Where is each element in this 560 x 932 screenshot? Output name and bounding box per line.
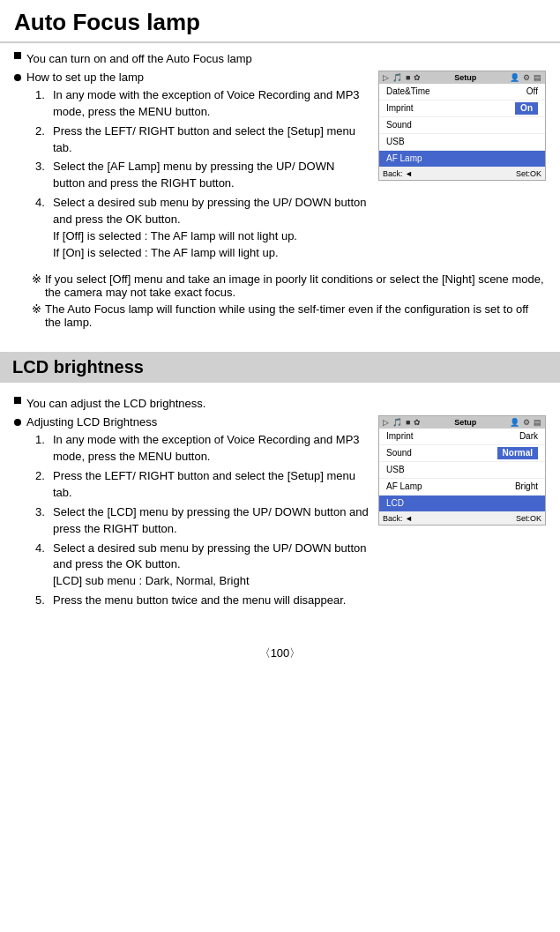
cam2-label-usb: USB bbox=[386, 464, 405, 476]
cam-icon-7: ▤ bbox=[534, 73, 541, 82]
cam1-footer: Back: ◄ Set:OK bbox=[379, 168, 545, 180]
section2-header-text: LCD brightness bbox=[12, 357, 144, 377]
cam1-label-imprint: Imprint bbox=[386, 102, 414, 115]
cam1-row-datetime: Date&Time Off bbox=[379, 84, 545, 101]
page-title-text: Auto Focus lamp bbox=[14, 9, 200, 35]
cam1-topbar: ▷ 🎵 ■ ✿ Setup 👤 ⚙ ▤ bbox=[379, 71, 545, 84]
cam1-footer-set: Set:OK bbox=[516, 169, 541, 178]
step2-2: 2. Press the LEFT/ RIGHT button and sele… bbox=[35, 468, 370, 502]
cam1-footer-back: Back: ◄ bbox=[383, 169, 413, 178]
cam1-row-usb: USB bbox=[379, 134, 545, 151]
step-2: 2. Press the LEFT/ RIGHT button and sele… bbox=[35, 123, 370, 157]
note-1: ※ If you select [Off] menu and take an i… bbox=[23, 272, 546, 299]
cam1-row-sound: Sound bbox=[379, 117, 545, 134]
page-footer-text: 〈100〉 bbox=[259, 646, 302, 660]
cam1-topbar-icons: ▷ 🎵 ■ ✿ bbox=[383, 73, 421, 82]
step-4: 4. Select a desired sub menu by pressing… bbox=[35, 195, 370, 261]
cam1-label-usb: USB bbox=[386, 136, 405, 148]
section1-steps: 1. In any mode with the exception of Voi… bbox=[35, 87, 370, 261]
section2-bullet2-label: Adjusting LCD Brightness bbox=[26, 415, 157, 429]
bullet-square-2 bbox=[14, 397, 21, 404]
cam2-row-lcd: LCD bbox=[379, 496, 545, 512]
bullet-square-1 bbox=[14, 52, 21, 59]
section2-header: LCD brightness bbox=[0, 352, 560, 383]
cam2-value-imprint: Dark bbox=[519, 430, 538, 443]
section2-steps: 1. In any mode with the exception of Voi… bbox=[35, 432, 370, 608]
cam1-label-sound: Sound bbox=[386, 119, 412, 131]
cam2-icon-7: ▤ bbox=[534, 418, 541, 427]
cam2-value-sound: Normal bbox=[497, 447, 538, 459]
cam-icon-5: 👤 bbox=[510, 73, 519, 82]
step2-5: 5. Press the menu button twice and the m… bbox=[35, 593, 370, 609]
cam2-row-imprint: Imprint Dark bbox=[379, 429, 545, 445]
cam2-topbar-icons: ▷ 🎵 ■ ✿ bbox=[383, 418, 421, 427]
cam2-footer: Back: ◄ Set:OK bbox=[379, 512, 545, 525]
cam1-screenshot: ▷ 🎵 ■ ✿ Setup 👤 ⚙ ▤ Date&Time Off bbox=[378, 71, 546, 181]
cam1-label-aflamp: AF Lamp bbox=[386, 153, 422, 165]
step2-1: 1. In any mode with the exception of Voi… bbox=[35, 432, 370, 466]
cam1-row-aflamp: AF Lamp bbox=[379, 151, 545, 168]
bullet-circle-2 bbox=[14, 419, 21, 426]
cam2-screenshot: ▷ 🎵 ■ ✿ Setup 👤 ⚙ ▤ Imprint Dark bbox=[378, 415, 546, 526]
cam-icon-3: ■ bbox=[406, 73, 410, 82]
cam2-icon-1: ▷ bbox=[383, 418, 389, 427]
cam2-icon-4: ✿ bbox=[414, 418, 421, 427]
section1-bullet1: You can turn on and off the Auto Focus l… bbox=[26, 52, 252, 65]
cam2-icon-5: 👤 bbox=[510, 418, 519, 427]
cam2-topbar: ▷ 🎵 ■ ✿ Setup 👤 ⚙ ▤ bbox=[379, 416, 545, 429]
step-3: 3. Select the [AF Lamp] menu by pressing… bbox=[35, 159, 370, 192]
cam2-footer-back: Back: ◄ bbox=[383, 514, 413, 523]
cam2-icon-3: ■ bbox=[406, 418, 410, 427]
step-1: 1. In any mode with the exception of Voi… bbox=[35, 87, 370, 121]
note-1-text: If you select [Off] menu and take an ima… bbox=[45, 272, 546, 299]
cam1-value-imprint: On bbox=[515, 102, 538, 115]
note-2-text: The Auto Focus lamp will function while … bbox=[45, 302, 546, 329]
note-2: ※ The Auto Focus lamp will function whil… bbox=[23, 302, 546, 329]
cam1-value-datetime: Off bbox=[526, 86, 538, 98]
cam2-icon-2: 🎵 bbox=[392, 418, 402, 427]
section1-notes: ※ If you select [Off] menu and take an i… bbox=[14, 272, 546, 329]
step2-4: 4. Select a desired sub menu by pressing… bbox=[35, 541, 370, 591]
cam1-row-imprint: Imprint On bbox=[379, 101, 545, 117]
cam1-topbar-icons-right: 👤 ⚙ ▤ bbox=[510, 73, 541, 82]
cam2-label-aflamp: AF Lamp bbox=[386, 481, 422, 493]
cam1-topbar-label: Setup bbox=[454, 73, 476, 82]
cam-icon-2: 🎵 bbox=[392, 73, 402, 82]
cam2-row-usb: USB bbox=[379, 462, 545, 479]
cam1-label-datetime: Date&Time bbox=[386, 86, 430, 98]
cam-icon-6: ⚙ bbox=[523, 73, 530, 82]
cam2-label-imprint: Imprint bbox=[386, 430, 414, 443]
page-footer: 〈100〉 bbox=[0, 638, 560, 668]
cam2-footer-set: Set:OK bbox=[516, 514, 541, 523]
cam2-value-aflamp: Bright bbox=[515, 481, 538, 493]
page-title-autofocus: Auto Focus lamp bbox=[0, 0, 560, 43]
cam2-label-sound: Sound bbox=[386, 447, 412, 459]
cam2-topbar-icons-right: 👤 ⚙ ▤ bbox=[510, 418, 541, 427]
cam2-label-lcd: LCD bbox=[386, 497, 404, 510]
cam2-row-sound: Sound Normal bbox=[379, 445, 545, 462]
cam-icon-1: ▷ bbox=[383, 73, 389, 82]
cam-icon-4: ✿ bbox=[414, 73, 421, 82]
section1-bullet2-label: How to set up the lamp bbox=[26, 71, 144, 84]
section2-bullet1: You can adjust the LCD brightness. bbox=[26, 397, 205, 410]
cam2-topbar-label: Setup bbox=[454, 418, 476, 427]
cam2-row-aflamp: AF Lamp Bright bbox=[379, 479, 545, 496]
cam2-icon-6: ⚙ bbox=[523, 418, 530, 427]
step2-3: 3. Select the [LCD] menu by pressing the… bbox=[35, 504, 370, 538]
bullet-circle-1 bbox=[14, 74, 21, 81]
